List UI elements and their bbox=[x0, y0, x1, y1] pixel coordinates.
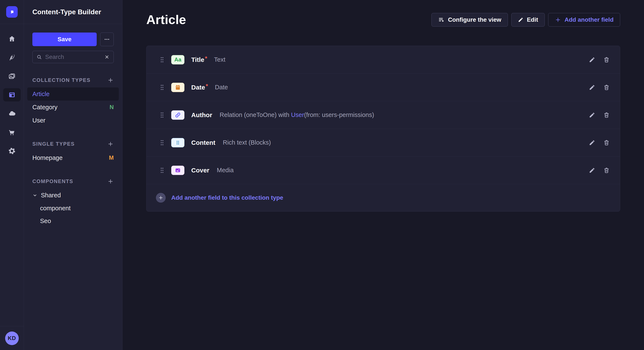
delete-field-icon[interactable] bbox=[603, 167, 610, 174]
sidebar-header: Content-Type Builder bbox=[24, 0, 122, 24]
field-name: Title bbox=[191, 56, 204, 63]
more-options-button[interactable] bbox=[100, 32, 114, 46]
delete-field-icon[interactable] bbox=[603, 140, 610, 146]
sidebar-item-article[interactable]: Article bbox=[27, 87, 119, 101]
add-single-type-icon[interactable] bbox=[107, 141, 114, 147]
search-input[interactable] bbox=[45, 54, 101, 60]
edit-field-icon[interactable] bbox=[589, 84, 595, 91]
configure-view-label: Configure the view bbox=[448, 16, 501, 23]
drag-handle-icon[interactable] bbox=[160, 56, 165, 63]
field-row-date: Date * Date bbox=[146, 74, 620, 101]
search-icon bbox=[36, 54, 42, 60]
fields-table: Aa Title * Text Date * Date bbox=[146, 46, 620, 212]
clear-search-icon[interactable] bbox=[104, 54, 110, 60]
list-settings-icon bbox=[438, 16, 444, 23]
content-type-builder-icon[interactable] bbox=[3, 88, 21, 101]
status-badge: M bbox=[109, 155, 114, 161]
edit-field-icon[interactable] bbox=[589, 167, 595, 174]
media-library-icon[interactable] bbox=[3, 70, 21, 83]
content-type-builder-sidebar: Content-Type Builder Save COLLECTION TYP… bbox=[24, 0, 122, 350]
rail-footer: KD bbox=[0, 326, 24, 350]
field-row-content: Content Rich text (Blocks) bbox=[146, 129, 620, 157]
sidebar-title: Content-Type Builder bbox=[32, 8, 101, 16]
single-types-section: SINGLE TYPES Homepage M bbox=[27, 139, 119, 164]
edit-field-icon[interactable] bbox=[589, 57, 595, 63]
drag-handle-icon[interactable] bbox=[160, 139, 165, 146]
drag-handle-icon[interactable] bbox=[160, 167, 165, 174]
field-row-cover: Cover Media bbox=[146, 157, 620, 184]
drag-handle-icon[interactable] bbox=[160, 112, 165, 118]
date-field-icon bbox=[171, 83, 184, 92]
configure-view-button[interactable]: Configure the view bbox=[432, 13, 508, 26]
app-root: KD Content-Type Builder Save bbox=[0, 0, 644, 350]
cloud-icon[interactable] bbox=[3, 107, 21, 120]
sidebar-item-component[interactable]: component bbox=[27, 202, 119, 214]
components-list: Shared component Seo bbox=[27, 189, 119, 227]
add-another-field-label: Add another field bbox=[564, 16, 614, 23]
sidebar-item-homepage[interactable]: Homepage M bbox=[27, 151, 119, 164]
field-type: Relation (oneToOne) with User(from: user… bbox=[220, 111, 374, 118]
field-type: Date bbox=[215, 84, 228, 91]
plus-icon bbox=[555, 16, 561, 23]
field-type: Text bbox=[214, 56, 225, 63]
row-actions bbox=[589, 57, 610, 63]
group-label: Shared bbox=[41, 192, 61, 199]
relation-target-link: User bbox=[291, 111, 304, 118]
content-manager-feather-icon[interactable] bbox=[3, 51, 21, 64]
settings-gear-icon[interactable] bbox=[3, 144, 21, 158]
row-actions bbox=[589, 140, 610, 146]
text-field-icon-label: Aa bbox=[174, 56, 181, 63]
rail-nav bbox=[0, 24, 24, 158]
row-actions bbox=[589, 84, 610, 91]
rail-spacer bbox=[0, 158, 24, 326]
sidebar-item-category[interactable]: Category N bbox=[27, 101, 119, 114]
home-icon[interactable] bbox=[3, 32, 21, 45]
field-name: Author bbox=[191, 111, 212, 119]
field-name: Cover bbox=[191, 167, 209, 174]
add-field-circle-icon[interactable] bbox=[156, 193, 166, 203]
components-header: COMPONENTS bbox=[32, 176, 114, 186]
marketplace-cart-icon[interactable] bbox=[3, 126, 21, 139]
main-nav-rail: KD bbox=[0, 0, 24, 350]
add-another-field-button[interactable]: Add another field bbox=[548, 13, 620, 26]
collection-types-label: COLLECTION TYPES bbox=[32, 77, 90, 83]
add-field-footer-link[interactable]: Add another field to this collection typ… bbox=[171, 194, 283, 201]
save-row: Save bbox=[32, 32, 114, 46]
card-footer: Add another field to this collection typ… bbox=[146, 184, 620, 211]
components-section: COMPONENTS Shared component Seo bbox=[27, 176, 119, 227]
text-field-icon: Aa bbox=[171, 55, 184, 64]
delete-field-icon[interactable] bbox=[603, 57, 610, 63]
status-badge: N bbox=[110, 104, 114, 111]
item-label: Category bbox=[32, 104, 58, 111]
component-group-shared[interactable]: Shared bbox=[27, 189, 119, 202]
sidebar-body: Save COLLECTION TYPES bbox=[24, 24, 122, 350]
user-avatar[interactable]: KD bbox=[5, 332, 19, 345]
sidebar-item-user[interactable]: User bbox=[27, 114, 119, 127]
relation-field-icon bbox=[171, 110, 184, 120]
add-collection-type-icon[interactable] bbox=[107, 77, 114, 83]
rail-header bbox=[0, 0, 24, 24]
media-field-icon bbox=[171, 166, 184, 175]
relation-type-pre: Relation (oneToOne) with bbox=[220, 111, 291, 118]
item-label: Homepage bbox=[32, 154, 62, 161]
header-actions: Configure the view Edit Add another fiel… bbox=[432, 13, 620, 26]
edit-button[interactable]: Edit bbox=[511, 13, 545, 26]
delete-field-icon[interactable] bbox=[603, 112, 610, 118]
single-types-list: Homepage M bbox=[27, 151, 119, 164]
add-component-icon[interactable] bbox=[107, 178, 114, 184]
edit-field-icon[interactable] bbox=[589, 112, 595, 118]
sidebar-item-seo[interactable]: Seo bbox=[27, 214, 119, 227]
collection-types-list: Article Category N User bbox=[27, 87, 119, 127]
collection-types-header: COLLECTION TYPES bbox=[32, 75, 114, 85]
edit-label: Edit bbox=[527, 16, 538, 23]
field-row-title: Aa Title * Text bbox=[146, 46, 620, 74]
save-button[interactable]: Save bbox=[32, 32, 97, 46]
edit-field-icon[interactable] bbox=[589, 140, 595, 146]
row-actions bbox=[589, 112, 610, 118]
delete-field-icon[interactable] bbox=[603, 84, 610, 91]
single-types-header: SINGLE TYPES bbox=[32, 139, 114, 149]
collection-types-section: COLLECTION TYPES Article Category N User bbox=[27, 75, 119, 127]
item-label: Seo bbox=[40, 217, 51, 224]
drag-handle-icon[interactable] bbox=[160, 84, 165, 91]
field-name: Date bbox=[191, 84, 205, 91]
